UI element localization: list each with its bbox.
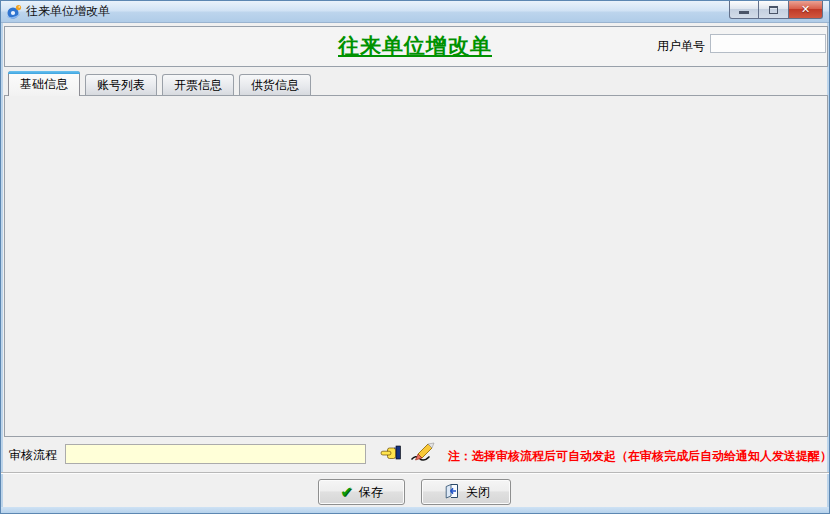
title-bar[interactable]: 往来单位增改单 ✕ [1, 1, 829, 23]
window-controls: ✕ [729, 1, 823, 19]
maximize-icon [769, 6, 778, 14]
user-no-label: 用户单号 [647, 38, 705, 55]
close-button-label: 关闭 [466, 484, 490, 501]
tab-basic-info[interactable]: 基础信息 [8, 71, 80, 96]
maximize-button[interactable] [759, 1, 789, 19]
audit-flow-input[interactable] [65, 444, 366, 464]
audit-note-text: 注：选择审核流程后可自动发起（在审核完成后自动给通知人发送提醒） [448, 448, 830, 465]
window-frame-left [1, 23, 3, 507]
audit-flow-label: 审核流程 [9, 447, 57, 464]
tab-bar: 基础信息 账号列表 开票信息 供货信息 [8, 70, 316, 95]
tab-invoice-info[interactable]: 开票信息 [162, 74, 234, 95]
window-frame-bottom [1, 507, 829, 513]
close-icon: ✕ [801, 3, 810, 16]
app-logo-icon [6, 4, 22, 20]
save-button[interactable]: ✔ 保存 [318, 479, 405, 505]
window-title: 往来单位增改单 [26, 3, 110, 20]
tab-supply-info[interactable]: 供货信息 [239, 74, 311, 95]
sign-pen-icon[interactable] [409, 442, 435, 462]
audit-lookup-hand-icon[interactable] [380, 445, 402, 461]
save-check-icon: ✔ [340, 483, 353, 501]
close-button[interactable]: 关闭 [421, 479, 511, 505]
tab-account-list[interactable]: 账号列表 [85, 74, 157, 95]
minimize-button[interactable] [729, 1, 759, 19]
dialog-window: 往来单位增改单 ✕ 往来单位增改单 用户单号 基础信息 账号列表 开票信息 供货… [0, 0, 830, 514]
exit-door-icon [442, 483, 460, 502]
minimize-icon [739, 11, 749, 14]
user-no-input[interactable] [710, 34, 826, 53]
bottom-separator [1, 472, 829, 474]
save-button-label: 保存 [359, 484, 383, 501]
basic-info-panel [4, 95, 828, 437]
close-window-button[interactable]: ✕ [789, 1, 823, 19]
